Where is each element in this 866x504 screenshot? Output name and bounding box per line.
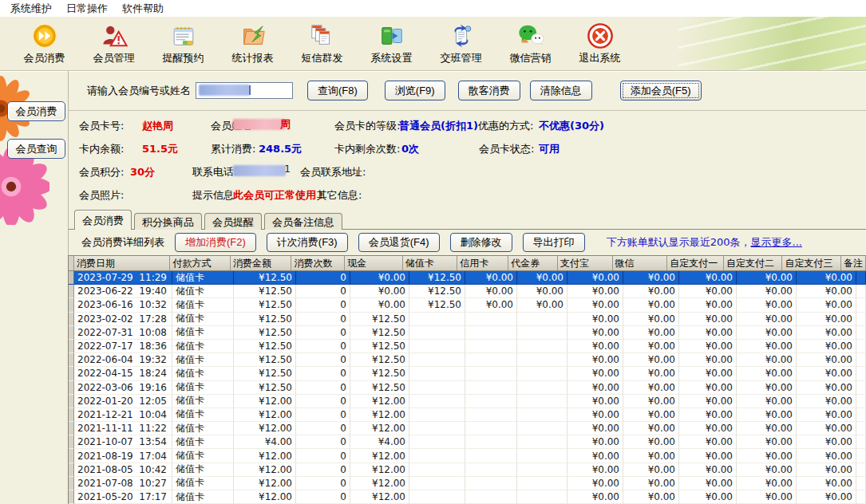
table-row[interactable]: 2023-06-16 10:32储值卡¥12.500¥0.00¥12.50¥0.…	[69, 298, 866, 312]
member-refund-button[interactable]: 会员退货(F4)	[358, 233, 440, 252]
table-row[interactable]: 2022-03-06 19:16储值卡¥12.500¥12.50¥0.00¥0.…	[69, 381, 866, 395]
table-cell: ¥0.00	[679, 367, 737, 380]
clear-info-button[interactable]: 清除信息	[530, 81, 592, 100]
table-cell	[517, 395, 567, 408]
table-row[interactable]: 2023-07-29 11:29储值卡¥12.500¥0.00¥12.50¥0.…	[69, 271, 866, 285]
column-header[interactable]: 消费金额	[231, 256, 292, 270]
table-cell	[517, 463, 567, 477]
table-row[interactable]: 2021-05-20 17:17储值卡¥12.000¥12.00¥0.00¥0.…	[69, 490, 866, 504]
toolbar-reports-label: 统计报表	[232, 51, 274, 65]
toolbar-reminder[interactable]: 提醒预约	[148, 17, 218, 70]
table-cell: ¥12.50	[234, 313, 296, 326]
column-header[interactable]: 自定支付一	[667, 256, 724, 270]
column-header[interactable]: 消费日期	[74, 256, 171, 270]
search-input[interactable]	[196, 82, 293, 99]
table-cell: ¥0.00	[517, 298, 567, 312]
table-cell: ¥0.00	[567, 367, 623, 380]
table-cell	[517, 422, 567, 435]
table-cell	[856, 285, 866, 298]
delete-edit-button[interactable]: 删除修改	[450, 233, 512, 252]
table-cell: ¥12.00	[234, 463, 296, 477]
walkin-consume-button[interactable]: 散客消费	[458, 81, 520, 100]
menu-daily-operations[interactable]: 日常操作	[59, 0, 115, 18]
column-header[interactable]: 自定支付二	[724, 256, 783, 270]
column-header[interactable]: 信用卡	[457, 256, 508, 270]
table-cell: ¥0.00	[623, 490, 679, 504]
table-row[interactable]: 2023-06-22 19:40储值卡¥12.500¥0.00¥12.50¥0.…	[69, 285, 866, 298]
browse-button[interactable]: 浏览(F9)	[385, 81, 445, 100]
tab-member-notes[interactable]: 会员备注信息	[264, 213, 342, 230]
table-row[interactable]: 2021-07-08 10:27储值卡¥12.000¥12.00¥0.00¥0.…	[69, 477, 866, 490]
app-window: 系统维护日常操作软件帮助 会员消费会员管理提醒预约统计报表短信群发系统设置交班管…	[0, 0, 866, 504]
table-cell: 0	[296, 298, 350, 312]
toolbar-member-manage[interactable]: 会员管理	[79, 17, 148, 70]
row-indicator	[69, 381, 74, 395]
table-row[interactable]: 2022-07-31 10:08储值卡¥12.500¥12.50¥0.00¥0.…	[69, 326, 866, 340]
table-row[interactable]: 2022-06-04 19:32储值卡¥12.500¥12.50¥0.00¥0.…	[69, 353, 866, 367]
tab-points-exchange[interactable]: 积分换商品	[134, 213, 202, 230]
count-consume-button[interactable]: 计次消费(F3)	[267, 233, 348, 252]
table-cell: 储值卡	[172, 449, 234, 463]
add-member-button[interactable]: 添加会员(F5)	[620, 81, 702, 100]
tab-member-reminder[interactable]: 会员提醒	[204, 213, 262, 230]
column-header[interactable]: 付款方式	[170, 256, 231, 270]
column-header[interactable]: 微信	[613, 256, 668, 270]
table-cell: ¥0.00	[623, 313, 679, 326]
table-row[interactable]: 2021-12-21 10:04储值卡¥12.000¥12.00¥0.00¥0.…	[69, 408, 866, 422]
menu-system-maintenance[interactable]: 系统维护	[3, 0, 59, 18]
table-row[interactable]: 2022-01-20 12:05储值卡¥12.000¥12.00¥0.00¥0.…	[69, 395, 866, 408]
column-header[interactable]: 代金券	[508, 256, 558, 270]
table-row[interactable]: 2021-10-07 13:54储值卡¥4.000¥4.00¥0.00¥0.00…	[69, 435, 866, 449]
table-cell: ¥0.00	[517, 285, 567, 298]
toolbar-exit[interactable]: 退出系统	[565, 17, 635, 70]
table-cell	[517, 477, 567, 490]
column-header[interactable]: 消费次数	[291, 256, 345, 270]
table-cell	[856, 490, 866, 504]
query-button[interactable]: 查询(F8)	[307, 81, 368, 100]
table-cell: 2022-03-06 19:16	[74, 381, 172, 395]
column-header[interactable]: 现金	[345, 256, 403, 270]
redacted-value: 周	[233, 119, 291, 131]
column-header[interactable]: 自定支付三	[782, 256, 841, 270]
column-header[interactable]: 支付宝	[558, 256, 613, 270]
table-cell: ¥0.00	[679, 449, 737, 463]
add-consume-button[interactable]: 增加消费(F2)	[175, 233, 256, 252]
toolbar-member-consume[interactable]: 会员消费	[10, 17, 79, 70]
table-row[interactable]: 2021-08-05 10:42储值卡¥12.000¥12.00¥0.00¥0.…	[69, 463, 866, 477]
table-cell: ¥0.00	[797, 490, 856, 504]
toolbar-reports[interactable]: 统计报表	[218, 17, 287, 70]
table-cell: ¥0.00	[679, 298, 737, 312]
toolbar-settings[interactable]: 系统设置	[357, 17, 426, 70]
tab-member-consume[interactable]: 会员消费	[74, 210, 132, 230]
table-cell: ¥0.00	[517, 271, 567, 285]
table-row[interactable]: 2022-07-17 18:36储值卡¥12.500¥12.50¥0.00¥0.…	[69, 340, 866, 353]
table-cell: ¥0.00	[679, 381, 737, 395]
toolbar-wechat[interactable]: 微信营销	[496, 17, 565, 70]
sidebar-member-query[interactable]: 会员查询	[7, 139, 65, 159]
grid-body[interactable]: 2023-07-29 11:29储值卡¥12.500¥0.00¥12.50¥0.…	[69, 271, 866, 504]
toolbar-sms[interactable]: 短信群发	[287, 17, 357, 70]
show-more-link[interactable]: 显示更多...	[751, 236, 802, 248]
table-cell: ¥0.00	[623, 435, 679, 449]
table-row[interactable]: 2021-11-11 11:22储值卡¥12.000¥12.00¥0.00¥0.…	[69, 422, 866, 435]
table-row[interactable]: 2021-08-19 17:04储值卡¥12.000¥12.00¥0.00¥0.…	[69, 449, 866, 463]
table-cell	[517, 408, 567, 422]
export-print-button[interactable]: 导出打印	[523, 233, 585, 252]
table-row[interactable]: 2022-04-15 18:24储值卡¥12.500¥12.50¥0.00¥0.…	[69, 367, 866, 380]
table-cell: ¥0.00	[623, 395, 679, 408]
column-header[interactable]: 备注	[841, 256, 866, 270]
table-cell: ¥0.00	[567, 435, 623, 449]
table-cell: 储值卡	[172, 381, 234, 395]
row-indicator	[69, 463, 74, 477]
menu-software-help[interactable]: 软件帮助	[115, 0, 171, 18]
sidebar-member-consume[interactable]: 会员消费	[7, 101, 65, 121]
table-cell: ¥0.00	[737, 340, 797, 353]
table-row[interactable]: 2023-02-02 17:28储值卡¥12.500¥12.50¥0.00¥0.…	[69, 313, 866, 326]
table-cell	[409, 463, 465, 477]
table-cell	[856, 463, 866, 477]
table-cell	[409, 353, 465, 367]
table-cell: ¥0.00	[623, 353, 679, 367]
column-header[interactable]: 储值卡	[403, 256, 458, 270]
toolbar-shift[interactable]: 交班管理	[426, 17, 496, 70]
table-cell	[409, 477, 465, 490]
